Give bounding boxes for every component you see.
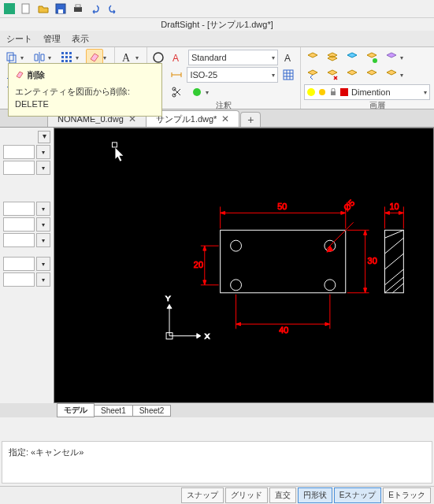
status-esnap-button[interactable]: Eスナップ	[334, 487, 382, 503]
side-prop-combo[interactable]	[3, 257, 35, 271]
status-grid-button[interactable]: グリッド	[225, 487, 268, 503]
side-prop-combo[interactable]	[3, 145, 35, 159]
svg-point-28	[373, 58, 377, 63]
svg-rect-14	[61, 60, 64, 62]
title-bar: DraftSight - [サンプル1.dwg*]	[0, 18, 434, 31]
lock-icon	[329, 88, 337, 96]
side-dd-icon[interactable]: ▾	[36, 217, 50, 232]
tab-label: サンプル1.dwg*	[156, 113, 217, 125]
side-prop-combo[interactable]	[3, 272, 35, 287]
table-icon[interactable]	[280, 66, 297, 83]
layer4-icon[interactable]	[363, 49, 380, 66]
layer-del-icon[interactable]	[324, 66, 341, 83]
svg-rect-11	[61, 56, 64, 58]
svg-rect-1	[22, 4, 29, 13]
model-tab[interactable]: モデル	[57, 403, 95, 417]
dim-40: 40	[279, 326, 288, 335]
status-polar-button[interactable]: 円形状	[298, 487, 332, 503]
panel-layer-label: 画層	[304, 101, 434, 110]
dim-20: 20	[194, 260, 203, 269]
dim-50: 50	[277, 202, 287, 211]
new-icon[interactable]	[19, 2, 33, 16]
layer1-icon[interactable]	[304, 49, 321, 66]
side-prop-combo[interactable]	[3, 217, 35, 232]
style-icon[interactable]: A	[169, 49, 186, 66]
side-dd-icon[interactable]: ▾	[36, 202, 50, 216]
svg-point-39	[325, 280, 336, 291]
freeze-icon	[318, 88, 326, 96]
command-line[interactable]: 指定: «キャンセル»	[2, 441, 432, 484]
sheet-tab[interactable]: Sheet1	[94, 405, 133, 417]
layer-combo[interactable]: Dimention ▾	[304, 84, 430, 100]
status-etrack-button[interactable]: Eトラック	[383, 487, 431, 503]
svg-point-29	[319, 89, 325, 95]
drawing-canvas[interactable]: X Y 50 40 30 20 Ø5 10	[54, 128, 433, 402]
svg-point-27	[193, 88, 201, 96]
layer-prev-icon[interactable]	[304, 66, 321, 83]
svg-rect-16	[69, 60, 72, 62]
layer-iso-icon[interactable]	[363, 66, 380, 83]
layer-state-icon[interactable]	[343, 66, 361, 83]
svg-point-38	[231, 280, 242, 291]
side-prop-combo[interactable]	[3, 202, 35, 216]
axis-y-label: Y	[165, 294, 171, 302]
axis-x-label: X	[205, 332, 210, 340]
bulb-icon	[307, 88, 315, 96]
svg-rect-15	[65, 60, 68, 62]
dimstyle-icon[interactable]	[168, 66, 184, 83]
app-icon	[3, 2, 16, 15]
svg-rect-9	[65, 52, 68, 54]
undo-icon[interactable]	[88, 2, 102, 16]
svg-rect-8	[61, 52, 64, 54]
svg-point-21	[154, 53, 163, 62]
side-dd-icon[interactable]: ▾	[36, 161, 50, 175]
redo-icon[interactable]	[106, 2, 120, 16]
svg-rect-30	[331, 91, 336, 95]
print-icon[interactable]	[71, 2, 85, 16]
svg-text:A: A	[284, 53, 291, 63]
save-icon[interactable]	[54, 2, 68, 16]
svg-rect-5	[76, 5, 80, 7]
dim-dia5: Ø5	[342, 198, 357, 213]
text-style-combo[interactable]: Standard▾	[188, 50, 278, 65]
open-icon[interactable]	[36, 2, 50, 16]
layer3-icon[interactable]	[343, 49, 361, 66]
side-prop-combo[interactable]	[3, 161, 35, 175]
svg-rect-57	[112, 143, 117, 147]
svg-rect-4	[74, 7, 82, 12]
sheet-tab[interactable]: Sheet2	[132, 405, 172, 417]
layer2-icon[interactable]	[324, 49, 341, 66]
close-tab-icon[interactable]: ✕	[221, 113, 229, 124]
layer-name-value: Dimention	[351, 87, 391, 97]
tooltip-title: 削除	[28, 69, 45, 82]
status-ortho-button[interactable]: 直交	[269, 487, 296, 503]
dim-10: 10	[389, 202, 399, 211]
menu-manage[interactable]: 管理	[43, 33, 61, 45]
side-dd-icon[interactable]: ▾	[36, 257, 50, 271]
style-more-icon[interactable]: A	[280, 49, 297, 66]
menu-sheet[interactable]: シート	[6, 33, 32, 45]
status-snap-button[interactable]: スナップ	[181, 487, 224, 503]
svg-rect-13	[69, 56, 72, 58]
scissors-icon[interactable]	[169, 83, 186, 101]
side-dd-icon[interactable]: ▾	[36, 272, 50, 287]
tooltip: 削除 エンティティを図面から削除: DELETE	[8, 63, 162, 117]
add-tab-button[interactable]: +	[240, 112, 261, 127]
menu-view[interactable]: 表示	[72, 33, 89, 45]
flag-icon[interactable]	[188, 83, 206, 101]
svg-point-36	[231, 240, 242, 251]
dim-style-combo[interactable]: ISO-25▾	[187, 67, 277, 83]
pin-icon[interactable]: ▾	[38, 131, 50, 143]
side-dd-icon[interactable]: ▾	[36, 145, 50, 159]
dim-style-value: ISO-25	[190, 70, 217, 80]
layer5-icon[interactable]	[383, 49, 400, 66]
panel-annotation-label: 注釈	[150, 101, 297, 110]
tooltip-body: エンティティを図面から削除: DELETE	[15, 85, 155, 111]
side-dd-icon[interactable]: ▾	[36, 233, 50, 247]
svg-rect-24	[284, 70, 293, 80]
svg-rect-35	[221, 230, 346, 293]
layer-match-icon[interactable]	[383, 66, 400, 83]
side-prop-combo[interactable]	[3, 233, 35, 247]
dim-30: 30	[368, 256, 377, 265]
layer-color-swatch	[340, 88, 348, 96]
